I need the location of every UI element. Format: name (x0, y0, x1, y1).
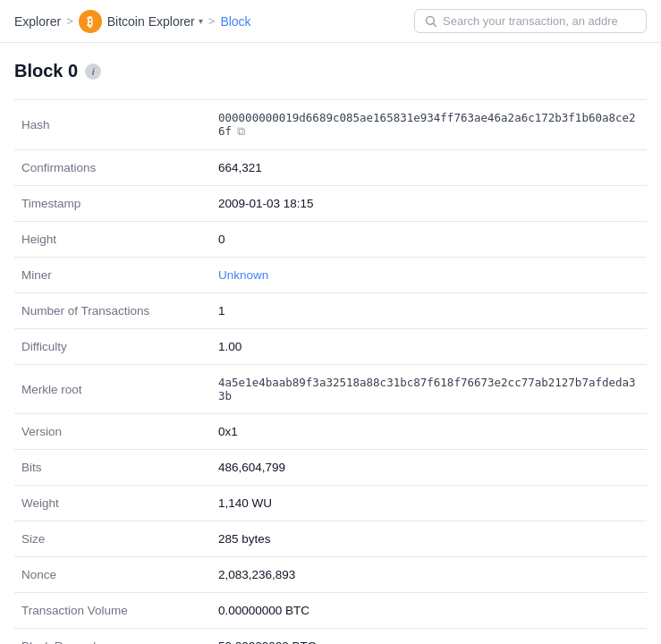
field-label: Bits (14, 450, 211, 486)
search-bar (414, 9, 647, 33)
field-value: 486,604,799 (211, 450, 647, 486)
search-input[interactable] (443, 14, 637, 28)
field-value: 0x1 (211, 414, 647, 450)
breadcrumb-explorer[interactable]: Explorer (14, 14, 61, 29)
field-label: Height (14, 222, 211, 258)
header: Explorer > ₿ Bitcoin Explorer ▾ > Block (0, 0, 661, 43)
field-label: Size (14, 521, 211, 557)
field-value: 1,140 WU (211, 486, 647, 521)
page-title: Block 0 (14, 61, 78, 81)
table-row: Transaction Volume0.00000000 BTC (14, 593, 647, 629)
chevron-down-icon: ▾ (199, 16, 203, 26)
field-value: 2,083,236,893 (211, 557, 647, 593)
breadcrumb-sep-2: > (208, 14, 216, 28)
table-row: Difficulty1.00 (14, 329, 647, 365)
field-value: 000000000019d6689c085ae165831e934ff763ae… (211, 100, 647, 150)
field-label: Transaction Volume (14, 593, 211, 629)
page-title-row: Block 0 i (14, 61, 647, 81)
breadcrumb-sep-1: > (66, 14, 73, 28)
breadcrumb-block[interactable]: Block (220, 14, 250, 29)
field-label: Block Reward (14, 629, 211, 644)
field-label: Merkle root (14, 365, 211, 414)
table-row: Block Reward50.00000000 BTC (14, 629, 647, 644)
field-label: Weight (14, 486, 211, 521)
table-row: Size285 bytes (14, 521, 647, 557)
bitcoin-explorer-dropdown[interactable]: Bitcoin Explorer ▾ (107, 14, 203, 29)
miner-link[interactable]: Unknown (218, 268, 268, 282)
table-row: Version0x1 (14, 414, 647, 450)
field-label: Nonce (14, 557, 211, 593)
main-content: Block 0 i Hash000000000019d6689c085ae165… (0, 43, 661, 644)
field-label: Miner (14, 258, 211, 293)
field-value: 2009-01-03 18:15 (211, 186, 647, 222)
info-icon[interactable]: i (85, 64, 101, 80)
hash-value: 4a5e1e4baab89f3a32518a88c31bc87f618f7667… (218, 376, 636, 402)
search-icon (424, 14, 437, 28)
field-label: Confirmations (14, 150, 211, 186)
field-label: Hash (14, 100, 211, 150)
field-value: 1 (211, 293, 647, 329)
svg-line-1 (433, 23, 436, 26)
field-value: 0.00000000 BTC (211, 593, 647, 629)
block-detail-table: Hash000000000019d6689c085ae165831e934ff7… (14, 99, 647, 644)
field-value: Unknown (211, 258, 647, 293)
table-row: Confirmations664,321 (14, 150, 647, 186)
table-row: Height0 (14, 222, 647, 258)
table-row: Timestamp2009-01-03 18:15 (14, 186, 647, 222)
bitcoin-explorer-label: Bitcoin Explorer (107, 14, 195, 29)
field-label: Number of Transactions (14, 293, 211, 329)
svg-point-0 (427, 17, 435, 25)
field-label: Version (14, 414, 211, 450)
field-value: 0 (211, 222, 647, 258)
field-value: 1.00 (211, 329, 647, 365)
table-row: Number of Transactions1 (14, 293, 647, 329)
btc-logo-icon: ₿ (79, 10, 102, 33)
table-row: Hash000000000019d6689c085ae165831e934ff7… (14, 100, 647, 150)
table-row: Merkle root4a5e1e4baab89f3a32518a88c31bc… (14, 365, 647, 414)
hash-value: 000000000019d6689c085ae165831e934ff763ae… (218, 111, 636, 138)
table-row: MinerUnknown (14, 258, 647, 293)
table-row: Bits486,604,799 (14, 450, 647, 486)
field-value: 664,321 (211, 150, 647, 186)
copy-icon[interactable]: ⧉ (237, 124, 245, 139)
table-row: Weight1,140 WU (14, 486, 647, 521)
field-value: 50.00000000 BTC (211, 629, 647, 644)
field-label: Timestamp (14, 186, 211, 222)
table-row: Nonce2,083,236,893 (14, 557, 647, 593)
field-label: Difficulty (14, 329, 211, 365)
field-value: 4a5e1e4baab89f3a32518a88c31bc87f618f7667… (211, 365, 647, 414)
breadcrumb: Explorer > ₿ Bitcoin Explorer ▾ > Block (14, 10, 251, 33)
field-value: 285 bytes (211, 521, 647, 557)
